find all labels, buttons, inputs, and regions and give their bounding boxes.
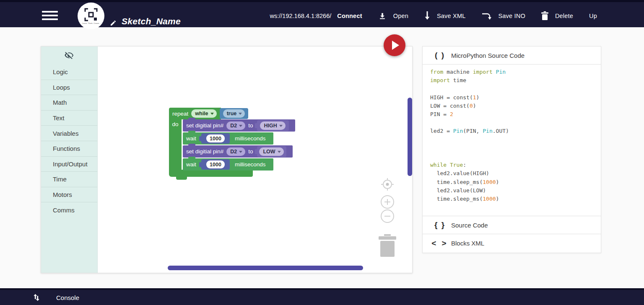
number-shadow-block[interactable]: 1000: [201, 159, 230, 170]
upload-icon: [378, 12, 387, 20]
block-top-tab: [188, 131, 195, 133]
toolbox-category[interactable]: Logic: [41, 64, 97, 80]
toolbox-category[interactable]: Text: [41, 110, 97, 126]
wait-duration-field[interactable]: 1000: [206, 134, 225, 142]
sketch-name-field[interactable]: Sketch_Name: [110, 15, 191, 28]
import-export-icon: [32, 293, 41, 302]
zoom-out-button[interactable]: [381, 209, 394, 223]
block-top-tab: [188, 118, 195, 120]
repeat-block-next-tab: [176, 177, 187, 180]
code-line: time.sleep_ms(1000): [430, 195, 601, 203]
set-digital-pin-low-block[interactable]: set digitial pin# D2 to LOW: [183, 145, 293, 158]
true-dropdown[interactable]: true: [223, 109, 245, 118]
code-line: led2.value(LOW): [430, 186, 601, 195]
target-icon: [381, 178, 394, 191]
toolbox-category[interactable]: Math: [41, 95, 97, 110]
toolbox-category[interactable]: Time: [41, 171, 97, 187]
micropython-code-view: from machine import Pinimport time HIGH …: [423, 65, 601, 216]
console-bar[interactable]: Console: [0, 288, 644, 305]
logo-caption: Learn. Think. Create.: [82, 22, 100, 24]
horizontal-scrollbar[interactable]: [168, 266, 363, 270]
toolbox-category[interactable]: Loops: [41, 80, 97, 95]
code-line: from machine import Pin: [430, 68, 601, 76]
pin-state-shadow-block[interactable]: LOW: [257, 146, 286, 157]
do-label: do: [169, 121, 182, 127]
block-top-tab: [188, 144, 195, 146]
hide-toolbox-button[interactable]: [41, 47, 97, 64]
code-line: led2.value(HIGH): [430, 169, 601, 178]
code-line: [430, 85, 601, 93]
toolbox-category-list: LogicLoopsMathTextVariablesFunctionsInpu…: [41, 64, 97, 217]
minus-icon: [384, 213, 391, 220]
save-xml-button[interactable]: Save XML: [424, 11, 466, 21]
pin-dropdown[interactable]: D2: [226, 121, 245, 130]
code-line: import time: [430, 76, 601, 85]
console-label: Console: [56, 294, 79, 301]
code-line: while True:: [430, 161, 601, 169]
pin-dropdown[interactable]: D2: [226, 147, 245, 156]
true-value-block[interactable]: true: [220, 108, 248, 119]
top-navbar: Learn. Think. Create. Sketch_Name ws://1…: [0, 0, 644, 27]
toolbox-category[interactable]: Comms: [41, 202, 97, 217]
trash-can-icon: [378, 234, 397, 257]
websocket-url: ws://192.168.4.1:8266/: [270, 13, 332, 19]
zoom-to-fit-button[interactable]: [381, 178, 394, 191]
toolbox-category[interactable]: Input/Output: [41, 156, 97, 172]
code-line: [430, 152, 601, 161]
micropython-source-header[interactable]: ( ) MicroPython Source Code: [423, 47, 601, 65]
vertical-scrollbar[interactable]: [408, 98, 412, 176]
braces-icon: { }: [428, 220, 451, 230]
zoom-in-button[interactable]: [381, 195, 394, 209]
code-panel: ( ) MicroPython Source Code from machine…: [422, 46, 601, 253]
code-line: [430, 136, 601, 144]
repeat-block-foot[interactable]: [169, 170, 253, 177]
number-shadow-block[interactable]: 1000: [201, 133, 230, 144]
code-line: PIN = 2: [430, 110, 601, 119]
set-digital-pin-high-block[interactable]: set digitial pin# D2 to HIGH: [183, 119, 295, 132]
block-top-tab: [188, 157, 195, 159]
toolbox-category[interactable]: Motors: [41, 187, 97, 202]
plus-icon: [384, 199, 391, 205]
run-button[interactable]: [384, 34, 405, 56]
sketch-title[interactable]: Sketch_Name: [122, 16, 181, 26]
source-code-section[interactable]: { } Source Code: [423, 216, 601, 234]
curved-arrow-icon: [481, 12, 491, 20]
blocks-xml-section[interactable]: < > Blocks XML: [423, 234, 601, 252]
wait-duration-field[interactable]: 1000: [206, 160, 225, 168]
low-dropdown[interactable]: LOW: [259, 147, 283, 156]
pin-state-shadow-block[interactable]: HIGH: [257, 120, 289, 131]
trash-icon: [541, 11, 548, 20]
toolbox-category[interactable]: Functions: [41, 141, 97, 156]
play-icon: [392, 41, 399, 50]
code-line: led2 = Pin(PIN, Pin.OUT): [430, 127, 601, 135]
open-button[interactable]: Open: [378, 12, 408, 20]
menu-hamburger-icon[interactable]: [42, 11, 58, 21]
wait-block-1[interactable]: wait 1000 milliseconds: [183, 132, 273, 145]
app-logo: Learn. Think. Create.: [78, 3, 104, 29]
code-line: [430, 119, 601, 127]
parentheses-icon: ( ): [428, 51, 451, 60]
angle-brackets-icon: < >: [428, 239, 451, 248]
delete-button[interactable]: Delete: [541, 11, 573, 20]
code-line: LOW = const(0): [430, 102, 601, 110]
code-line: HIGH = const(1): [430, 93, 601, 102]
high-dropdown[interactable]: HIGH: [260, 121, 285, 130]
save-ino-button[interactable]: Save INO: [481, 12, 525, 20]
toolbox-sidebar: LogicLoopsMathTextVariablesFunctionsInpu…: [41, 47, 98, 273]
pencil-icon[interactable]: [110, 20, 117, 26]
up-button[interactable]: Up: [589, 13, 597, 19]
workspace-trash[interactable]: [378, 234, 397, 259]
wait-block-2[interactable]: wait 1000 milliseconds: [183, 158, 273, 171]
arrow-down-icon: [424, 11, 430, 21]
toolbox-category[interactable]: Variables: [41, 125, 97, 141]
connect-button[interactable]: Connect: [337, 13, 362, 19]
code-line: time.sleep_ms(1000): [430, 178, 601, 186]
eye-off-icon: [65, 51, 74, 60]
code-line: [430, 144, 601, 152]
qr-logo-icon: [84, 8, 98, 22]
while-mode-dropdown[interactable]: while: [191, 109, 216, 118]
